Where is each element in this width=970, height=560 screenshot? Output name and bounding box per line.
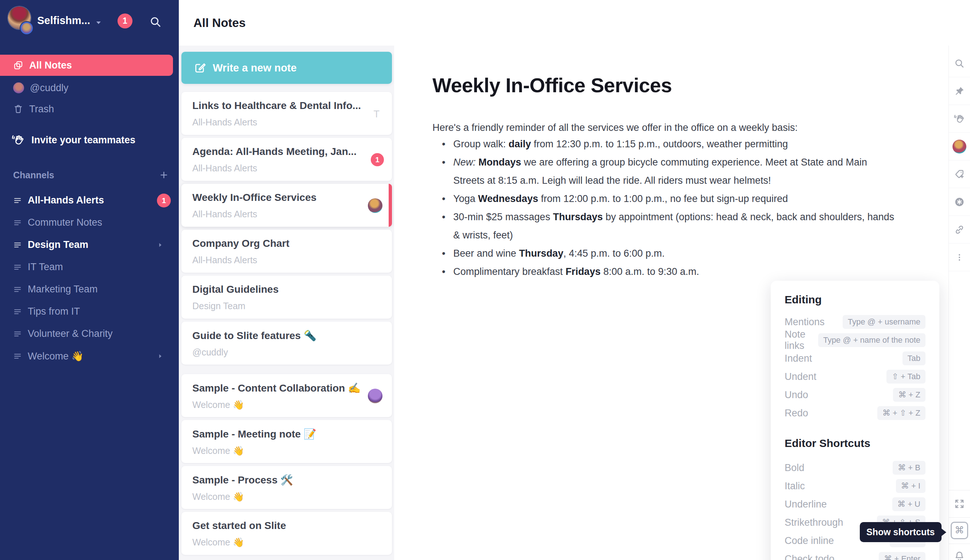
editing-section-header: Editing — [784, 293, 925, 306]
note-card-title: Links to Healthcare & Dental Info... — [192, 100, 364, 112]
sidebar-channel-item[interactable]: Commuter Notes — [0, 212, 179, 234]
shortcut-keys: ⌘ + Enter — [879, 552, 925, 560]
template-indicator: T — [374, 108, 380, 120]
shortcut-row: Undo⌘ + Z — [784, 386, 925, 404]
sidebar-item-cuddly[interactable]: @cuddly — [0, 77, 179, 98]
note-card-title: Weekly In-Office Services — [192, 192, 364, 203]
channel-label: Design Team — [28, 239, 88, 250]
shortcut-row: Underline⌘ + U — [784, 495, 925, 513]
shortcut-label: Code inline — [784, 535, 834, 547]
channel-icon — [13, 285, 22, 294]
right-rail: ⌘ — [948, 45, 970, 560]
note-card-title: Agenda: All-Hands Meeting, Jan... — [192, 146, 364, 158]
workspace-name[interactable]: Selfishm... — [37, 15, 90, 27]
unread-badge: 1 — [371, 153, 384, 166]
sidebar-item-trash[interactable]: Trash — [0, 98, 179, 120]
note-title[interactable]: Weekly In-Office Services — [432, 74, 948, 97]
note-card[interactable]: Agenda: All-Hands Meeting, Jan...All-Han… — [181, 138, 392, 181]
sidebar-channel-item[interactable]: Welcome 👋 — [0, 345, 179, 367]
note-card[interactable]: Sample - Meeting note 📝Welcome 👋 — [181, 420, 392, 463]
sidebar-item-label: @cuddly — [30, 82, 68, 94]
edit-note-icon — [194, 62, 206, 74]
shortcut-label: Note links — [784, 329, 818, 352]
shortcut-label: Check todo — [784, 553, 835, 560]
sidebar-channel-item[interactable]: Marketing Team — [0, 278, 179, 300]
note-search-button[interactable] — [949, 50, 970, 77]
sidebar: Selfishm... 1 All Notes@cuddlyTrash Invi… — [0, 0, 179, 560]
note-card[interactable]: Company Org ChartAll-Hands Alerts — [181, 230, 392, 273]
note-bullet-list[interactable]: Group walk: daily from 12:30 p.m. to 1:1… — [432, 135, 929, 281]
asterisk-badge-button[interactable] — [949, 188, 970, 216]
add-channel-button[interactable] — [159, 170, 169, 180]
sidebar-channel-item[interactable]: Tips from IT — [0, 300, 179, 323]
channel-icon — [13, 241, 22, 249]
shortcut-keys: ⌘ + Z — [893, 388, 925, 402]
add-tag-button[interactable] — [949, 160, 970, 188]
workspace-switcher[interactable]: Selfishm... 1 — [0, 0, 179, 45]
shortcut-label: Bold — [784, 462, 804, 473]
shortcut-keys: ⇧ + Tab — [886, 370, 925, 383]
trash-icon — [13, 104, 23, 114]
shortcut-keys: ⌘ + I — [896, 479, 925, 493]
shortcut-keys: ⌘ + B — [893, 461, 925, 475]
reactions-button[interactable] — [949, 105, 970, 133]
shortcut-label: Mentions — [784, 317, 825, 328]
shortcut-label: Italic — [784, 480, 805, 492]
note-card[interactable]: Sample - Process 🛠️Welcome 👋 — [181, 466, 392, 509]
doc-bullet: Group walk: daily from 12:30 p.m. to 1:1… — [432, 135, 929, 153]
channel-label: IT Team — [28, 262, 63, 273]
more-options-button[interactable] — [949, 243, 970, 271]
search-icon[interactable] — [149, 15, 162, 28]
notifications-button[interactable] — [949, 543, 970, 560]
shortcut-row: Undent⇧ + Tab — [784, 368, 925, 386]
pin-note-button[interactable] — [949, 77, 970, 105]
note-card[interactable]: Get started on SliteWelcome 👋 — [181, 512, 392, 555]
show-shortcuts-button[interactable]: ⌘ — [949, 517, 970, 544]
doc-bullet: Yoga Wednesdays from 12:00 p.m. to 1:00 … — [432, 190, 929, 208]
notification-badge: 1 — [117, 13, 132, 28]
chevron-right-icon — [157, 353, 164, 360]
note-intro-paragraph[interactable]: Here's a friendly reminder of all the se… — [432, 121, 948, 135]
note-card[interactable]: Digital GuidelinesDesign Team — [181, 276, 392, 318]
note-card-subtitle: All-Hands Alerts — [192, 163, 385, 173]
note-card-title: Sample - Content Collaboration ✍️ — [192, 382, 364, 394]
sidebar-nav: All Notes@cuddlyTrash — [0, 55, 179, 120]
sidebar-channel-item[interactable]: Design Team — [0, 234, 179, 256]
sidebar-channel-item[interactable]: Volunteer & Charity — [0, 323, 179, 345]
copy-link-button[interactable] — [949, 216, 970, 243]
channel-icon — [13, 330, 22, 338]
shortcut-label: Undent — [784, 371, 816, 382]
sidebar-item-all-notes[interactable]: All Notes — [0, 55, 173, 76]
notes-panel: Write a new note Links to Healthcare & D… — [179, 45, 394, 560]
shortcut-row: MentionsType @ + username — [784, 313, 925, 331]
note-card[interactable]: Weekly In-Office ServicesAll-Hands Alert… — [181, 184, 392, 227]
note-card[interactable]: Links to Healthcare & Dental Info...All-… — [181, 92, 392, 135]
note-card-title: Company Org Chart — [192, 238, 364, 249]
tag-add-icon — [954, 169, 965, 180]
note-card[interactable]: Guide to Slite features 🔦@cuddly — [181, 322, 392, 365]
note-card-subtitle: Welcome 👋 — [192, 400, 385, 410]
shortcut-row: Italic⌘ + I — [784, 477, 925, 495]
write-new-note-button[interactable]: Write a new note — [181, 52, 392, 84]
shortcut-keys: Type @ + username — [843, 315, 925, 329]
note-card[interactable]: Sample - Content Collaboration ✍️Welcome… — [181, 374, 392, 417]
expand-button[interactable] — [949, 490, 970, 518]
note-card-title: Digital Guidelines — [192, 283, 364, 295]
write-new-note-label: Write a new note — [213, 62, 297, 74]
chevron-down-icon[interactable] — [94, 18, 103, 27]
all-notes-icon — [13, 60, 23, 70]
channel-label: Tips from IT — [28, 306, 80, 317]
sidebar-item-label: All Notes — [29, 60, 72, 71]
command-icon: ⌘ — [951, 522, 968, 539]
expand-icon — [954, 498, 965, 509]
channels-list: All-Hands Alerts1Commuter NotesDesign Te… — [0, 189, 179, 367]
note-card-title: Get started on Slite — [192, 520, 364, 532]
editor-shortcut-rows: Bold⌘ + BItalic⌘ + IUnderline⌘ + UStrike… — [784, 458, 925, 560]
note-card-subtitle: Design Team — [192, 301, 385, 312]
sidebar-channel-item[interactable]: All-Hands Alerts1 — [0, 189, 179, 212]
invite-teammates-button[interactable]: Invite your teammates — [0, 130, 179, 150]
author-avatar-button[interactable] — [949, 133, 970, 160]
sidebar-channel-item[interactable]: IT Team — [0, 256, 179, 278]
page-header: All Notes — [179, 0, 970, 45]
note-card-subtitle: All-Hands Alerts — [192, 255, 385, 265]
